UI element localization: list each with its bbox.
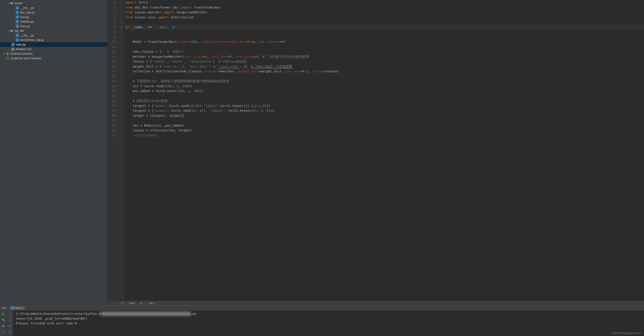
- svg-rect-13: [11, 306, 14, 310]
- exit-button[interactable]: ⤓: [1, 330, 6, 334]
- run-tab-main[interactable]: main ✕: [10, 306, 25, 310]
- project-tree[interactable]: ▾ losses __init__.py box_ops.py loss.py …: [0, 0, 108, 306]
- run-body: ▶ 🔧 ■ ⤓ ↑ ↓ ↩ ⤓ C:\ProgramData\Anaconda3…: [0, 310, 644, 336]
- python-file-icon: [11, 43, 15, 46]
- file-box-ops[interactable]: box_ops.py: [0, 10, 107, 15]
- file-main[interactable]: main.py: [0, 42, 107, 47]
- file-label: loss.py: [20, 15, 29, 18]
- workspace: ▾ losses __init__.py box_ops.py loss.py …: [0, 0, 644, 306]
- run-header: Run: main ✕: [0, 306, 644, 310]
- file-matcher[interactable]: matcher.py: [0, 19, 107, 24]
- file-readme[interactable]: Readme.md: [0, 47, 107, 51]
- breadcrumb[interactable]: if __name__ == '__main__': [108, 300, 644, 306]
- up-button[interactable]: ↑: [8, 311, 12, 316]
- watermark: CSDN @tangjunjun-owen: [611, 332, 642, 335]
- run-toolbar-left: ▶ 🔧 ■ ⤓: [0, 310, 6, 336]
- scratches-and-consoles[interactable]: Scratches and Consoles: [0, 56, 107, 60]
- svg-rect-4: [16, 25, 19, 28]
- rerun-button[interactable]: ▶: [1, 311, 6, 316]
- soft-wrap-button[interactable]: ↩: [8, 324, 12, 328]
- ide-root: ▾ losses __init__.py box_ops.py loss.py …: [0, 0, 644, 336]
- tree-label: External Libraries: [10, 52, 32, 55]
- down-button[interactable]: ↓: [8, 318, 12, 322]
- python-file-icon: [15, 11, 19, 14]
- code-content[interactable]: import torchfrom obj_det.transformer_obj…: [124, 0, 644, 300]
- close-icon[interactable]: ✕: [22, 307, 24, 310]
- file-label: __init__.py: [20, 34, 34, 37]
- file-label: box_ops.py: [20, 11, 35, 14]
- python-file-icon: [15, 25, 19, 28]
- markdown-file-icon: [11, 48, 15, 51]
- file-init-objdet[interactable]: __init__.py: [0, 33, 107, 38]
- folder-icon: [10, 29, 14, 32]
- python-file-icon: [15, 20, 19, 23]
- file-label: __init__.py: [20, 6, 34, 10]
- python-file-icon: [15, 38, 19, 42]
- svg-rect-11: [8, 52, 9, 55]
- svg-point-12: [6, 57, 9, 60]
- python-file-icon: [15, 34, 19, 37]
- chevron-down-icon: ▾: [6, 30, 10, 32]
- python-file-icon: [15, 6, 19, 10]
- folder-label: losses: [14, 2, 22, 5]
- folder-icon: [10, 2, 14, 5]
- library-icon: [6, 52, 10, 55]
- folder-obj-det[interactable]: ▾ obj_det: [0, 28, 107, 33]
- svg-rect-5: [16, 34, 19, 37]
- stop-button[interactable]: ■: [1, 324, 6, 328]
- svg-rect-9: [6, 52, 7, 55]
- file-label: Readme.md: [16, 48, 31, 51]
- svg-rect-10: [7, 52, 8, 55]
- scratch-icon: [6, 57, 10, 60]
- file-loss[interactable]: loss.py: [0, 15, 107, 19]
- chevron-down-icon: ▾: [6, 2, 10, 4]
- python-file-icon: [11, 306, 14, 310]
- folder-label: obj_det: [14, 29, 24, 32]
- external-libraries[interactable]: ▸ External Libraries: [0, 51, 107, 56]
- file-init-losses[interactable]: __init__.py: [0, 6, 107, 10]
- file-label: main.py: [16, 43, 26, 46]
- folder-losses[interactable]: ▾ losses: [0, 1, 107, 6]
- scroll-to-end-button[interactable]: ⤓: [8, 330, 12, 334]
- tree-label: Scratches and Consoles: [10, 56, 41, 60]
- file-label: matcher.py: [20, 20, 34, 23]
- python-file-icon: [15, 16, 19, 18]
- run-tool-window: Run: main ✕ ▶ 🔧 ■ ⤓ ↑ ↓ ↩ ⤓ C:\ProgramDa…: [0, 306, 644, 336]
- file-label: transformer_obj.py: [20, 38, 44, 42]
- breadcrumb-text: if __name__ == '__main__': [121, 302, 160, 305]
- run-marker-gutter[interactable]: ▶: [120, 0, 124, 300]
- file-label: misc.py: [20, 24, 30, 28]
- svg-rect-0: [16, 6, 19, 10]
- run-label: Run:: [2, 306, 7, 310]
- run-toolbar-inner: ↑ ↓ ↩ ⤓: [6, 310, 13, 336]
- svg-rect-8: [11, 48, 14, 51]
- svg-rect-6: [16, 38, 19, 42]
- file-misc[interactable]: misc.py: [0, 24, 107, 28]
- svg-rect-3: [16, 20, 19, 23]
- svg-rect-1: [16, 11, 19, 14]
- chevron-right-icon: ▸: [2, 52, 6, 55]
- code-area[interactable]: 2345678910111213141516171819202122232425…: [108, 0, 644, 300]
- settings-button[interactable]: 🔧: [1, 318, 6, 322]
- line-number-gutter: 2345678910111213141516171819202122232425…: [108, 0, 120, 300]
- run-tab-label: main: [15, 306, 21, 310]
- file-transformer-obj[interactable]: transformer_obj.py: [0, 38, 107, 42]
- svg-rect-7: [11, 43, 14, 46]
- svg-rect-2: [16, 16, 19, 18]
- editor: 2345678910111213141516171819202122232425…: [108, 0, 644, 306]
- console-output[interactable]: C:\ProgramData\Anaconda3\envs\tracker\py…: [13, 310, 644, 336]
